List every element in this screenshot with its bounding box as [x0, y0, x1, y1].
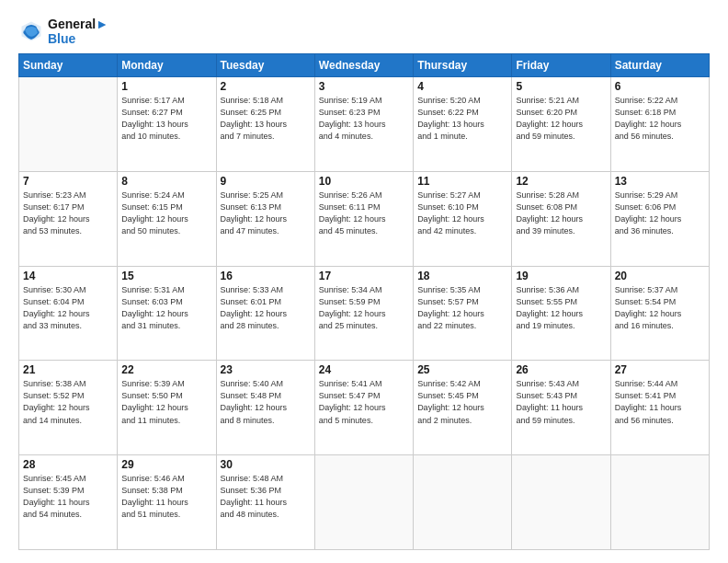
cell-info: Sunrise: 5:36 AM Sunset: 5:55 PM Dayligh… [516, 284, 606, 332]
calendar-cell: 3Sunrise: 5:19 AM Sunset: 6:23 PM Daylig… [314, 77, 413, 172]
day-number: 4 [417, 80, 507, 93]
day-number: 11 [417, 175, 507, 188]
day-number: 6 [615, 80, 705, 93]
logo-icon [18, 18, 44, 44]
page: General► Blue SundayMondayTuesdayWednesd… [0, 0, 728, 563]
calendar-cell: 24Sunrise: 5:41 AM Sunset: 5:47 PM Dayli… [314, 361, 413, 455]
day-number: 27 [615, 363, 705, 376]
day-number: 21 [23, 363, 113, 376]
cell-info: Sunrise: 5:22 AM Sunset: 6:18 PM Dayligh… [615, 95, 705, 143]
calendar-week-2: 14Sunrise: 5:30 AM Sunset: 6:04 PM Dayli… [19, 266, 710, 361]
calendar-cell: 30Sunrise: 5:48 AM Sunset: 5:36 PM Dayli… [216, 455, 314, 550]
calendar-cell: 1Sunrise: 5:17 AM Sunset: 6:27 PM Daylig… [118, 77, 216, 172]
day-number: 14 [23, 270, 113, 282]
day-number: 22 [121, 363, 211, 376]
calendar-week-3: 21Sunrise: 5:38 AM Sunset: 5:52 PM Dayli… [19, 361, 710, 455]
calendar-cell: 20Sunrise: 5:37 AM Sunset: 5:54 PM Dayli… [610, 266, 709, 361]
cell-info: Sunrise: 5:28 AM Sunset: 6:08 PM Dayligh… [516, 190, 606, 237]
cell-info: Sunrise: 5:38 AM Sunset: 5:52 PM Dayligh… [23, 378, 113, 426]
calendar-cell: 18Sunrise: 5:35 AM Sunset: 5:57 PM Dayli… [414, 266, 512, 361]
day-number: 30 [221, 458, 311, 471]
day-number: 10 [319, 175, 409, 188]
calendar-cell: 22Sunrise: 5:39 AM Sunset: 5:50 PM Dayli… [118, 361, 216, 455]
calendar-cell: 12Sunrise: 5:28 AM Sunset: 6:08 PM Dayli… [512, 171, 610, 266]
cell-info: Sunrise: 5:41 AM Sunset: 5:47 PM Dayligh… [319, 378, 409, 426]
calendar-cell [19, 77, 118, 172]
calendar-cell: 13Sunrise: 5:29 AM Sunset: 6:06 PM Dayli… [610, 171, 709, 266]
day-number: 16 [221, 270, 311, 282]
day-number: 9 [221, 175, 311, 188]
calendar-cell: 16Sunrise: 5:33 AM Sunset: 6:01 PM Dayli… [216, 266, 314, 361]
calendar-cell: 28Sunrise: 5:45 AM Sunset: 5:39 PM Dayli… [19, 455, 118, 550]
cell-info: Sunrise: 5:17 AM Sunset: 6:27 PM Dayligh… [121, 95, 211, 143]
cell-info: Sunrise: 5:29 AM Sunset: 6:06 PM Dayligh… [615, 190, 705, 237]
calendar-cell: 26Sunrise: 5:43 AM Sunset: 5:43 PM Dayli… [512, 361, 610, 455]
day-number: 20 [615, 270, 705, 282]
calendar-cell [610, 455, 709, 550]
day-number: 25 [417, 363, 507, 376]
cell-info: Sunrise: 5:23 AM Sunset: 6:17 PM Dayligh… [23, 190, 113, 237]
calendar-cell: 7Sunrise: 5:23 AM Sunset: 6:17 PM Daylig… [19, 171, 118, 266]
calendar-cell: 9Sunrise: 5:25 AM Sunset: 6:13 PM Daylig… [216, 171, 314, 266]
calendar-cell: 10Sunrise: 5:26 AM Sunset: 6:11 PM Dayli… [314, 171, 413, 266]
day-number: 18 [417, 270, 507, 282]
calendar-cell [512, 455, 610, 550]
cell-info: Sunrise: 5:39 AM Sunset: 5:50 PM Dayligh… [121, 378, 211, 426]
calendar-cell: 17Sunrise: 5:34 AM Sunset: 5:59 PM Dayli… [314, 266, 413, 361]
col-header-thursday: Thursday [414, 54, 512, 77]
calendar-week-1: 7Sunrise: 5:23 AM Sunset: 6:17 PM Daylig… [19, 171, 710, 266]
logo: General► Blue [18, 17, 108, 46]
calendar-cell: 2Sunrise: 5:18 AM Sunset: 6:25 PM Daylig… [216, 77, 314, 172]
day-number: 23 [221, 363, 311, 376]
day-number: 3 [319, 80, 409, 93]
cell-info: Sunrise: 5:30 AM Sunset: 6:04 PM Dayligh… [23, 284, 113, 332]
calendar-cell: 6Sunrise: 5:22 AM Sunset: 6:18 PM Daylig… [610, 77, 709, 172]
calendar-cell [414, 455, 512, 550]
day-number: 26 [516, 363, 606, 376]
day-number: 13 [615, 175, 705, 188]
day-number: 12 [516, 175, 606, 188]
day-number: 5 [516, 80, 606, 93]
col-header-tuesday: Tuesday [216, 54, 314, 77]
col-header-wednesday: Wednesday [314, 54, 413, 77]
cell-info: Sunrise: 5:18 AM Sunset: 6:25 PM Dayligh… [221, 95, 311, 143]
col-header-sunday: Sunday [19, 54, 118, 77]
cell-info: Sunrise: 5:20 AM Sunset: 6:22 PM Dayligh… [417, 95, 507, 143]
cell-info: Sunrise: 5:31 AM Sunset: 6:03 PM Dayligh… [121, 284, 211, 332]
cell-info: Sunrise: 5:25 AM Sunset: 6:13 PM Dayligh… [221, 190, 311, 237]
cell-info: Sunrise: 5:26 AM Sunset: 6:11 PM Dayligh… [319, 190, 409, 237]
day-number: 29 [121, 458, 211, 471]
calendar-cell: 4Sunrise: 5:20 AM Sunset: 6:22 PM Daylig… [414, 77, 512, 172]
col-header-friday: Friday [512, 54, 610, 77]
logo-text: General► Blue [48, 17, 108, 46]
header: General► Blue [18, 17, 710, 46]
calendar-table: SundayMondayTuesdayWednesdayThursdayFrid… [18, 53, 710, 550]
calendar-cell: 14Sunrise: 5:30 AM Sunset: 6:04 PM Dayli… [19, 266, 118, 361]
day-number: 8 [121, 175, 211, 188]
calendar-header-row: SundayMondayTuesdayWednesdayThursdayFrid… [19, 54, 710, 77]
cell-info: Sunrise: 5:33 AM Sunset: 6:01 PM Dayligh… [221, 284, 311, 332]
calendar-cell [314, 455, 413, 550]
day-number: 1 [121, 80, 211, 93]
calendar-cell: 25Sunrise: 5:42 AM Sunset: 5:45 PM Dayli… [414, 361, 512, 455]
day-number: 17 [319, 270, 409, 282]
cell-info: Sunrise: 5:35 AM Sunset: 5:57 PM Dayligh… [417, 284, 507, 332]
cell-info: Sunrise: 5:45 AM Sunset: 5:39 PM Dayligh… [23, 473, 113, 521]
cell-info: Sunrise: 5:37 AM Sunset: 5:54 PM Dayligh… [615, 284, 705, 332]
calendar-week-4: 28Sunrise: 5:45 AM Sunset: 5:39 PM Dayli… [19, 455, 710, 550]
cell-info: Sunrise: 5:40 AM Sunset: 5:48 PM Dayligh… [221, 378, 311, 426]
cell-info: Sunrise: 5:44 AM Sunset: 5:41 PM Dayligh… [615, 378, 705, 426]
col-header-monday: Monday [118, 54, 216, 77]
day-number: 7 [23, 175, 113, 188]
cell-info: Sunrise: 5:43 AM Sunset: 5:43 PM Dayligh… [516, 378, 606, 426]
day-number: 24 [319, 363, 409, 376]
cell-info: Sunrise: 5:27 AM Sunset: 6:10 PM Dayligh… [417, 190, 507, 237]
cell-info: Sunrise: 5:34 AM Sunset: 5:59 PM Dayligh… [319, 284, 409, 332]
cell-info: Sunrise: 5:42 AM Sunset: 5:45 PM Dayligh… [417, 378, 507, 426]
cell-info: Sunrise: 5:19 AM Sunset: 6:23 PM Dayligh… [319, 95, 409, 143]
cell-info: Sunrise: 5:24 AM Sunset: 6:15 PM Dayligh… [121, 190, 211, 237]
col-header-saturday: Saturday [610, 54, 709, 77]
calendar-cell: 29Sunrise: 5:46 AM Sunset: 5:38 PM Dayli… [118, 455, 216, 550]
cell-info: Sunrise: 5:46 AM Sunset: 5:38 PM Dayligh… [121, 473, 211, 521]
day-number: 19 [516, 270, 606, 282]
